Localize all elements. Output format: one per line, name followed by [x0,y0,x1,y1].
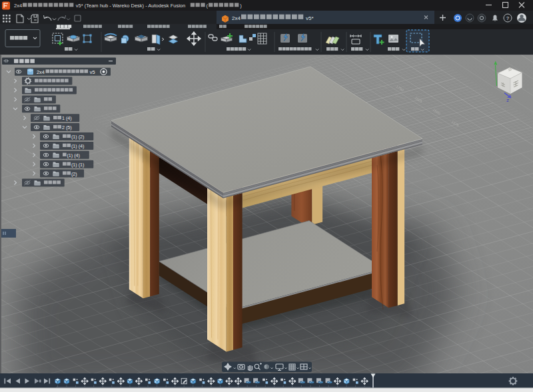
svg-text:v5: v5 [90,69,95,75]
svg-text:(1) (4): (1) (4) [67,152,80,158]
svg-text:1 (4): 1 (4) [62,115,72,121]
svg-text:2x4: 2x4 [232,15,241,21]
svg-text:v5*: v5* [306,15,314,21]
svg-text:Z: Z [506,98,509,102]
svg-text:v5* (Team hub - Wareko Desk) -: v5* (Team hub - Wareko Desk) - Autodesk … [76,3,185,9]
svg-text:2x4: 2x4 [14,3,22,9]
svg-text:(1) (4): (1) (4) [71,143,85,149]
svg-text:2 (5): 2 (5) [62,124,72,130]
svg-text:(1) (2): (1) (2) [71,134,85,140]
svg-text:?: ? [506,15,510,21]
svg-text:(2): (2) [71,171,77,177]
svg-text:(1) (1): (1) (1) [71,162,85,168]
svg-text:2x4: 2x4 [37,69,45,75]
